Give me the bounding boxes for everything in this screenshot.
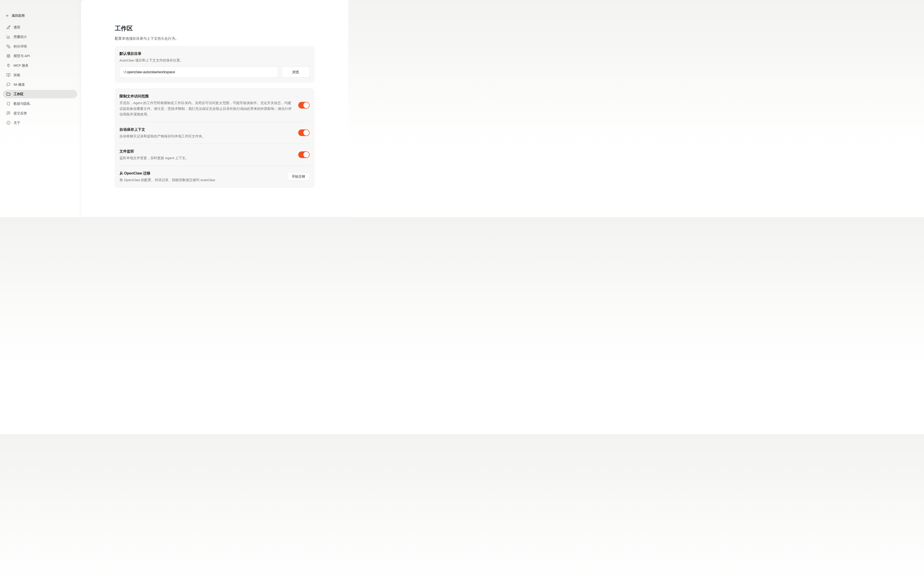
toggle-knob [303, 130, 309, 136]
sidebar-item-feedback[interactable]: 提交反馈 [3, 109, 77, 117]
sidebar-item-label: 技能 [14, 73, 20, 77]
cpu-icon [6, 54, 10, 58]
sidebar-item-workspace[interactable]: 工作区 [3, 90, 77, 98]
setting-description: 开启后，Agent 的工作空间将限制在工作目录内。关闭后可访问更大范围，可能导致… [120, 100, 293, 117]
setting-row-file-watch: 文件监听 监听本地文件变更，实时更新 Agent 上下文。 [120, 144, 309, 166]
sidebar-item-label: 用量统计 [14, 35, 27, 39]
directory-path-input[interactable] [120, 67, 278, 78]
setting-description: 自动将聊天记录和提取的产物保存到本地工作区文件夹。 [120, 133, 293, 139]
sidebar-item-label: 积分详情 [14, 45, 27, 49]
toggle-knob [303, 152, 309, 158]
start-migration-button[interactable]: 开始迁移 [287, 172, 309, 181]
sidebar-item-label: 通用 [14, 25, 20, 29]
sidebar-item-label: MCP 服务 [14, 64, 29, 68]
sidebar-nav: 通用 用量统计 积分详情 模型与 API MCP 服务 技能 IM 频道 工作 [3, 23, 77, 128]
sidebar-item-label: 关于 [14, 121, 20, 125]
arrow-left-icon [6, 14, 9, 18]
page-title: 工作区 [115, 25, 314, 32]
sidebar-item-general[interactable]: 通用 [3, 23, 77, 32]
page-subtitle: 配置本地项目目录与上下文持久化行为。 [115, 36, 314, 41]
back-to-app-label: 返回应用 [12, 14, 25, 18]
file-watch-toggle[interactable] [298, 151, 309, 158]
setting-title: 自动保存上下文 [120, 127, 293, 132]
setting-description: 将 OpenClaw 的配置、对话记录、技能等数据迁移到 AutoClaw [120, 177, 282, 183]
setting-description: 监听本地文件变更，实时更新 Agent 上下文。 [120, 155, 293, 161]
default-directory-card: 默认项目目录 AutoClaw 项目和上下文文件的保存位置。 浏览 [115, 46, 314, 82]
workspace-settings-card: 限制文件访问范围 开启后，Agent 的工作空间将限制在工作目录内。关闭后可访问… [115, 88, 314, 187]
bar-chart-icon [6, 35, 10, 39]
sidebar-item-skills[interactable]: 技能 [3, 71, 77, 79]
sidebar-item-usage-stats[interactable]: 用量统计 [3, 33, 77, 41]
plug-icon [6, 64, 10, 67]
browse-button[interactable]: 浏览 [282, 67, 309, 78]
sidebar-item-label: IM 频道 [14, 83, 25, 87]
message-square-plus-icon [6, 111, 10, 115]
auto-save-context-toggle[interactable] [298, 130, 309, 136]
sidebar-item-models-api[interactable]: 模型与 API [3, 52, 77, 60]
sidebar-item-mcp-services[interactable]: MCP 服务 [3, 61, 77, 70]
sidebar-item-label: 模型与 API [14, 54, 30, 58]
setting-row-auto-save-context: 自动保存上下文 自动将聊天记录和提取的产物保存到本地工作区文件夹。 [120, 122, 309, 144]
sidebar-item-im-channels[interactable]: IM 频道 [3, 80, 77, 89]
folder-icon [6, 92, 10, 96]
setting-row-restrict-file-access: 限制文件访问范围 开启后，Agent 的工作空间将限制在工作目录内。关闭后可访问… [120, 89, 309, 122]
directory-input-row: 浏览 [120, 67, 309, 78]
sidebar-item-label: 数据与隐私 [14, 102, 30, 106]
sidebar-item-label: 提交反馈 [14, 111, 27, 115]
book-open-icon [6, 73, 10, 77]
back-to-app-button[interactable]: 返回应用 [6, 14, 25, 18]
setting-title: 限制文件访问范围 [120, 93, 293, 99]
message-square-icon [6, 83, 10, 86]
sidebar-item-data-privacy[interactable]: 数据与隐私 [3, 99, 77, 108]
setting-title: 从 OpenClaw 迁移 [120, 170, 282, 176]
coins-icon [6, 45, 10, 48]
main-panel: 工作区 配置本地项目目录与上下文持久化行为。 默认项目目录 AutoClaw 项… [81, 0, 348, 216]
setting-title: 文件监听 [120, 149, 293, 154]
workspace-settings-page: 工作区 配置本地项目目录与上下文持久化行为。 默认项目目录 AutoClaw 项… [115, 0, 314, 187]
settings-sidebar: 返回应用 通用 用量统计 积分详情 模型与 API MCP 服务 技能 I [0, 0, 81, 217]
info-icon [6, 121, 10, 125]
restrict-file-access-toggle[interactable] [298, 102, 309, 109]
sidebar-item-label: 工作区 [14, 92, 24, 96]
toggle-knob [303, 102, 309, 108]
sidebar-item-about[interactable]: 关于 [3, 118, 77, 127]
sidebar-item-credits[interactable]: 积分详情 [3, 42, 77, 51]
shield-icon [6, 102, 10, 106]
setting-row-migrate-openclaw: 从 OpenClaw 迁移 将 OpenClaw 的配置、对话记录、技能等数据迁… [120, 166, 309, 187]
default-directory-title: 默认项目目录 [120, 51, 309, 56]
default-directory-description: AutoClaw 项目和上下文文件的保存位置。 [120, 58, 309, 63]
pencil-icon [6, 25, 10, 29]
